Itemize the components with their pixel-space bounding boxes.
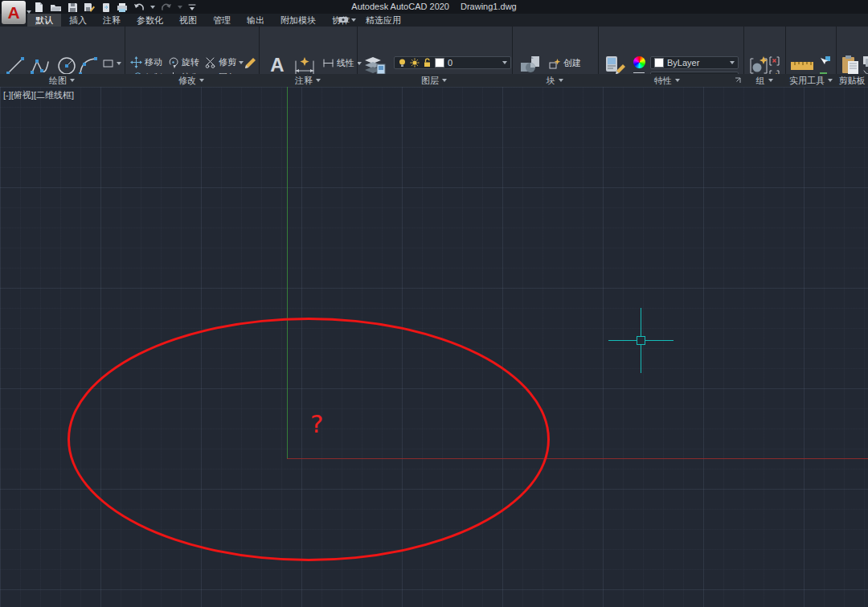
object-color-dropdown[interactable]: ByLayer: [650, 56, 739, 69]
block-panel-arrow: [559, 79, 563, 82]
autocad-logo-icon: A: [7, 4, 19, 21]
layers-panel-arrow: [442, 79, 447, 82]
ribbon: 直线 多段线 圆 圆弧 移动 旋转 修剪 复制 镜像 圆角: [0, 27, 868, 74]
move-icon: [130, 56, 142, 68]
modify-panel-title[interactable]: 修改: [159, 74, 223, 87]
quick-access-toolbar: [34, 2, 196, 13]
save-button[interactable]: [68, 2, 78, 13]
redo-dropdown-arrow[interactable]: [178, 6, 182, 9]
autocad-window: Autodesk AutoCAD 2020Drawing1.dwg A 默认 插…: [0, 0, 868, 607]
open-file-button[interactable]: [50, 2, 62, 13]
redo-button[interactable]: [161, 2, 172, 12]
create-block-icon: [548, 58, 561, 69]
draw-panel-title[interactable]: 绘图: [30, 74, 94, 87]
crosshair-pickbox: [637, 336, 645, 345]
tab-home[interactable]: 默认: [27, 14, 61, 27]
title-bar: Autodesk AutoCAD 2020Drawing1.dwg: [0, 0, 868, 14]
draw-panel-arrow: [70, 79, 75, 82]
move-label: 移动: [145, 56, 162, 68]
tab-insert[interactable]: 插入: [61, 14, 95, 27]
linear-dimension-icon: [322, 58, 334, 68]
move-button[interactable]: 移动: [130, 55, 167, 70]
create-block-label: 创建: [563, 57, 581, 69]
erase-button[interactable]: [244, 55, 256, 71]
rectangle-icon: [102, 58, 114, 69]
layer-on-icon: [398, 58, 407, 68]
ribbon-display-icon: [338, 16, 349, 23]
layer-unlock-icon: [423, 58, 432, 68]
viewport-controls-label[interactable]: [-][俯视][二维线框]: [3, 89, 74, 101]
copy-clip-button[interactable]: [862, 55, 868, 67]
properties-panel-title[interactable]: 特性: [635, 74, 699, 87]
layer-color-swatch: [435, 58, 444, 68]
utilities-panel-arrow: [828, 79, 833, 82]
object-color-value: ByLayer: [667, 58, 699, 68]
drawn-ellipse-entity[interactable]: [68, 318, 550, 561]
trim-button[interactable]: 修剪: [204, 55, 246, 70]
tab-view[interactable]: 视图: [171, 14, 205, 27]
clipboard-panel-title[interactable]: 剪贴板: [836, 74, 868, 87]
rectangle-button[interactable]: [102, 55, 121, 71]
rectangle-dropdown-arrow: [117, 62, 121, 65]
app-title: Autodesk AutoCAD 2020: [351, 2, 449, 11]
application-menu-button[interactable]: A: [2, 1, 26, 24]
current-layer-name: 0: [448, 58, 452, 68]
tab-output[interactable]: 输出: [239, 14, 272, 27]
ungroup-icon: [768, 55, 780, 67]
block-panel-title[interactable]: 块: [522, 74, 587, 87]
linear-label: 线性: [337, 57, 354, 69]
object-color-arrow: [730, 61, 735, 64]
save-to-mobile-button[interactable]: [101, 2, 111, 13]
new-file-button[interactable]: [34, 2, 44, 13]
ribbon-display-arrow-icon: [351, 18, 356, 22]
ribbon-tab-bar: 默认 插入 注释 参数化 视图 管理 输出 附加模块 协作 精选应用: [0, 14, 868, 27]
rotate-label: 旋转: [182, 56, 199, 68]
tab-annotate[interactable]: 注释: [95, 14, 129, 27]
ungroup-button[interactable]: [768, 55, 782, 67]
layer-thaw-icon: [410, 58, 420, 68]
linear-dimension-button[interactable]: 线性: [322, 55, 362, 71]
tab-addins[interactable]: 附加模块: [272, 14, 324, 27]
rotate-icon: [167, 56, 179, 68]
copy-clip-icon: [862, 55, 868, 67]
tab-featured-apps[interactable]: 精选应用: [358, 14, 409, 27]
question-mark-annotation: ?: [310, 409, 323, 438]
save-as-button[interactable]: [84, 2, 96, 13]
utilities-panel-title[interactable]: 实用工具: [784, 74, 838, 87]
tab-manage[interactable]: 管理: [205, 14, 239, 27]
quick-select-icon: [819, 55, 831, 67]
undo-button[interactable]: [133, 2, 145, 12]
color-wheel-icon[interactable]: [633, 56, 645, 68]
layer-dropdown[interactable]: 0: [394, 56, 511, 69]
document-title: Drawing1.dwg: [461, 2, 517, 11]
erase-icon: [244, 57, 256, 69]
customize-qat-button[interactable]: [188, 3, 196, 11]
modify-panel-arrow: [199, 79, 204, 82]
rotate-button[interactable]: 旋转: [167, 55, 204, 70]
group-panel-arrow: [768, 79, 773, 82]
ribbon-display-toggle[interactable]: [338, 16, 356, 23]
quick-select-button[interactable]: [819, 55, 831, 67]
object-color-swatch: [654, 58, 664, 68]
plot-button[interactable]: [117, 2, 128, 13]
text-icon: A: [270, 55, 284, 76]
panel-label-strip: 绘图 修改 注释 图层 块 特性 组 实用工具 剪贴板: [0, 74, 868, 88]
group-panel-title[interactable]: 组: [740, 74, 788, 87]
trim-label: 修剪: [219, 56, 236, 68]
layers-panel-title[interactable]: 图层: [402, 74, 466, 87]
tab-parametric[interactable]: 参数化: [129, 14, 171, 27]
annotation-panel-title[interactable]: 注释: [276, 74, 340, 87]
properties-panel-arrow: [675, 79, 680, 82]
annotation-panel-arrow: [316, 79, 321, 82]
drawing-canvas[interactable]: [-][俯视][二维线框] ? 大水牛测绘: [0, 87, 868, 607]
layer-dropdown-arrow[interactable]: [502, 61, 507, 64]
trim-icon: [204, 56, 216, 68]
undo-dropdown-arrow[interactable]: [150, 6, 155, 9]
